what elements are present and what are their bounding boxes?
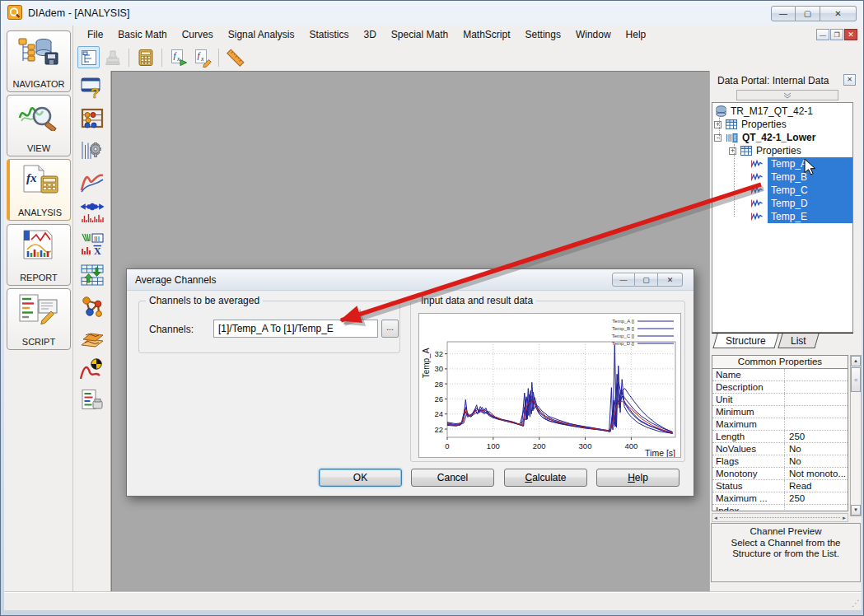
data-portal-collapse-band[interactable] [736,90,838,100]
channel-functions-icon[interactable] [77,261,107,288]
property-value[interactable]: No [785,443,848,455]
ok-button[interactable]: OK [319,469,402,487]
expand-icon[interactable]: + [714,121,722,128]
property-value[interactable] [785,406,848,418]
mdi-restore-button[interactable]: ❐ [830,29,843,40]
signal-processing-icon[interactable] [77,136,107,163]
menu-curves[interactable]: Curves [175,26,221,43]
property-row-maximum[interactable]: Maximum [712,418,848,431]
waveform-icon [750,172,764,182]
script-functions-icon[interactable] [77,386,107,413]
property-row-minimum[interactable]: Minimum [712,406,848,418]
calculator-icon[interactable] [134,46,156,68]
activity-label: NAVIGATOR [13,79,65,89]
abacus-icon[interactable] [77,105,107,132]
property-key: Maximum [712,418,785,430]
scroll-right-icon[interactable]: ► [842,516,847,520]
tree-item-tr_m17_qt_42-1[interactable]: TR_M17_QT_42-1 [712,105,852,118]
mdi-close-button[interactable]: ✕ [844,29,857,40]
property-value[interactable] [785,394,848,405]
close-button[interactable]: ✕ [820,6,857,21]
activity-analysis-button[interactable]: fxANALYSIS [7,159,71,221]
minimize-button[interactable]: — [771,6,796,21]
browse-button[interactable]: ... [381,320,399,338]
tab-list[interactable]: List [778,334,819,348]
svg-text:28: 28 [434,380,443,389]
calculate-button[interactable]: Calculate [504,469,587,487]
scroll-left-icon[interactable]: ◄ [713,516,718,520]
menu-mathscript[interactable]: MathScript [455,26,517,43]
property-value[interactable]: 250 [785,431,848,442]
activity-navigator-button[interactable]: NAVIGATOR [7,30,71,92]
menu-settings[interactable]: Settings [518,26,568,43]
dialog-title-bar[interactable]: Average Channels —▢✕ [127,269,694,291]
statistics-icon[interactable]: IIIX [77,230,107,257]
menu-window[interactable]: Window [568,26,619,43]
menu-help[interactable]: Help [619,26,654,43]
surface-3d-icon[interactable] [77,324,107,351]
property-row-novalues[interactable]: NoValuesNo [712,443,848,455]
property-row-flags[interactable]: FlagsNo [712,455,848,468]
cancel-button[interactable]: Cancel [411,469,494,487]
function-edit-icon[interactable]: fx [191,46,213,68]
data-portal-toggle-icon[interactable] [77,46,100,68]
video-help-icon[interactable]: ? [77,73,107,100]
dialog-minimize-button[interactable]: — [612,273,635,287]
property-value[interactable] [785,418,848,430]
property-row-name[interactable]: Name [712,369,848,381]
scroll-up-icon[interactable]: ▲ [851,356,861,366]
resize-grip[interactable]: ⋰ [852,599,859,608]
property-value[interactable]: Read [785,480,848,492]
svg-text:Temp_A: Temp_A [422,348,431,378]
property-value[interactable] [785,369,848,380]
channels-group: Channels to be averaged Channels: ... [138,301,400,353]
property-value[interactable]: Not monoto... [785,468,848,479]
channels-input[interactable] [213,320,378,338]
collapse-icon[interactable]: - [714,134,722,142]
menu-statistics[interactable]: Statistics [301,26,356,43]
activity-view-button[interactable]: VIEW [7,95,71,156]
dialog-close-button[interactable]: ✕ [658,273,683,287]
mdi-window-controls: —❐✕ [816,29,857,40]
curve-fitting-icon[interactable] [77,167,107,194]
menu-file[interactable]: File [80,26,110,43]
property-row-maximum[interactable]: Maximum ...250 [712,492,848,505]
property-value[interactable] [785,505,848,511]
property-key: Status [712,480,785,492]
data-portal-close-icon[interactable]: ✕ [843,74,856,86]
property-row-monotony[interactable]: MonotonyNot monoto... [712,468,848,480]
help-button[interactable]: Help [596,469,680,487]
approximation-icon[interactable] [77,355,107,382]
menu-3d[interactable]: 3D [356,26,383,43]
property-row-unit[interactable]: Unit [712,394,848,406]
table-icon [740,146,752,156]
menu-special-math[interactable]: Special Math [384,26,455,43]
property-value[interactable] [785,381,848,393]
expand-icon[interactable]: + [729,147,736,155]
tree-item-qt_42-1_lower[interactable]: -QT_42-1_Lower [712,131,852,144]
scrollbar-thumb[interactable]: ≡ [851,367,861,392]
property-value[interactable]: No [785,455,848,467]
svg-text:Temp_A []: Temp_A [] [612,319,634,324]
property-row-description[interactable]: Description [712,381,848,394]
properties-hscrollbar[interactable]: ◄ ► [712,513,848,522]
menu-signal-analysis[interactable]: Signal Analysis [221,26,302,43]
network-3d-icon[interactable] [77,292,107,320]
activity-report-button[interactable]: REPORT [7,224,71,286]
signal-analysis-icon[interactable] [77,198,107,226]
maximize-button[interactable]: ▢ [796,6,820,21]
property-row-length[interactable]: Length250 [712,431,848,443]
mdi-minimize-button[interactable]: — [816,29,829,40]
property-row-index[interactable]: Index [712,505,848,511]
menu-basic-math[interactable]: Basic Math [110,26,174,43]
tree-item-label: Properties [756,145,801,156]
scroll-down-icon[interactable]: ▼ [851,505,861,516]
tab-structure[interactable]: Structure [712,334,778,348]
property-value[interactable]: 250 [785,492,848,504]
measure-ruler-icon[interactable] [224,46,246,68]
function-load-icon[interactable]: fx [167,46,189,68]
property-row-status[interactable]: StatusRead [712,480,848,492]
activity-script-button[interactable]: SCRIPT [7,288,71,350]
dialog-maximize-button[interactable]: ▢ [635,273,658,287]
tree-item-properties[interactable]: +Properties [712,118,852,131]
